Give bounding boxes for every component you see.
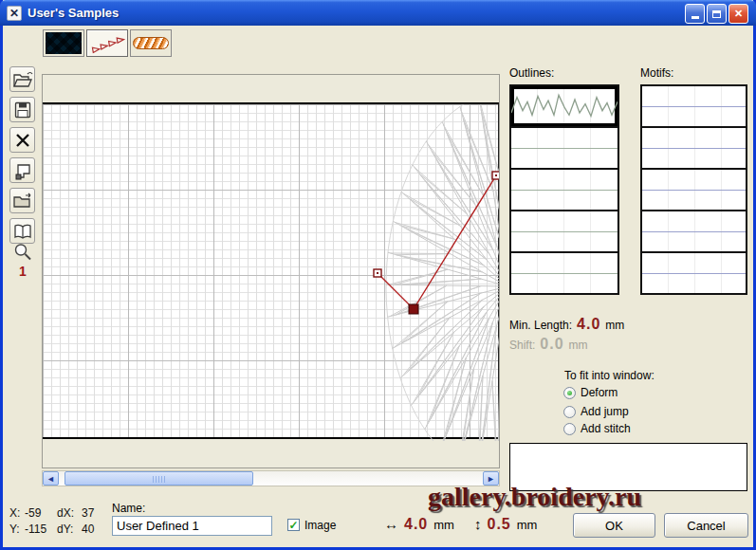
shift-label: Shift: (509, 339, 535, 352)
motif-slot[interactable] (642, 170, 746, 211)
height-arrow-icon: ↕ (474, 516, 482, 532)
image-checkbox[interactable]: ✓ (287, 519, 300, 531)
height-unit: mm (517, 518, 538, 532)
delete-button[interactable] (9, 127, 35, 153)
motifs-list (640, 84, 747, 295)
shift-value: 0.0 (540, 336, 563, 353)
outline-slot[interactable] (511, 253, 618, 295)
y-label: Y: (9, 522, 25, 538)
name-input[interactable] (112, 516, 272, 536)
outline-pattern-button[interactable] (86, 29, 128, 57)
canvas-grid[interactable] (43, 102, 499, 439)
rope-pattern-icon (133, 37, 169, 49)
app-icon: ✕ (7, 6, 22, 21)
save-floppy-icon (13, 101, 32, 119)
export-button[interactable] (9, 188, 35, 213)
window-title: User's Samples (28, 6, 119, 20)
stitch-canvas[interactable] (42, 74, 500, 468)
maximize-button[interactable] (707, 4, 727, 24)
shift-unit: mm (569, 339, 588, 352)
triangle-outline-icon (89, 33, 125, 54)
motif-slot[interactable] (642, 211, 746, 253)
x-value: -59 (25, 505, 57, 522)
width-dimension: ↔ 4.0 mm (384, 516, 454, 533)
width-value: 4.0 (404, 516, 428, 533)
radio-row-deform[interactable]: Deform (563, 386, 618, 399)
fill-pattern-icon (46, 32, 82, 54)
radio-deform[interactable] (563, 387, 576, 399)
minimize-icon (691, 16, 699, 19)
min-length-value: 4.0 (577, 316, 600, 333)
minimize-button[interactable] (685, 4, 705, 24)
export-folder-icon (12, 192, 33, 211)
height-value: 0.5 (488, 516, 511, 533)
title-bar[interactable]: ✕ User's Samples ✕ (0, 0, 756, 26)
dx-label: dX: (57, 505, 82, 522)
close-button[interactable]: ✕ (728, 4, 748, 24)
motifs-label: Motifs: (640, 66, 673, 80)
radio-add-stitch-label: Add stitch (581, 422, 631, 435)
scrollbar-thumb[interactable] (65, 471, 253, 486)
min-length-label: Min. Length: (509, 319, 572, 332)
scrollbar-grip-icon (153, 476, 166, 483)
dx-value: 37 (82, 505, 94, 522)
outline-slot[interactable] (511, 211, 618, 253)
outlines-list (509, 84, 619, 295)
min-length-row: Min. Length: 4.0 mm (509, 316, 624, 333)
motif-slot[interactable] (642, 86, 746, 128)
dy-value: 40 (82, 522, 94, 538)
zoom-level-value: 1 (13, 264, 32, 279)
height-dimension: ↕ 0.5 mm (474, 516, 537, 533)
rope-pattern-button[interactable] (130, 29, 172, 57)
coordinates-readout: X:-59dX:37 Y:-115dY:40 (9, 505, 94, 538)
book-icon (12, 222, 33, 241)
fill-pattern-button[interactable] (43, 29, 84, 57)
watermark-text: gallery.broidery.ru (428, 482, 731, 512)
delete-x-icon (14, 132, 31, 149)
dy-label: dY: (57, 522, 82, 538)
y-value: -115 (25, 522, 57, 538)
cancel-button[interactable]: Cancel (664, 513, 748, 538)
outlines-label: Outlines: (509, 66, 554, 80)
width-arrow-icon: ↔ (384, 516, 398, 532)
magnifier-icon (12, 242, 33, 263)
outline-slot-selected[interactable] (511, 86, 618, 128)
motif-slot[interactable] (642, 253, 746, 295)
outline-zigzag-sample (511, 86, 618, 126)
users-samples-dialog: ✕ User's Samples ✕ (0, 0, 756, 550)
radio-row-add-jump[interactable]: Add jump (563, 405, 629, 418)
width-unit: mm (433, 518, 454, 532)
image-checkbox-label: Image (304, 519, 336, 532)
save-button[interactable] (9, 97, 35, 122)
stitch-canvas-svg[interactable] (43, 104, 499, 441)
radio-add-jump-label: Add jump (581, 405, 629, 418)
radio-add-jump[interactable] (563, 406, 576, 418)
shift-row: Shift: 0.0 mm (509, 336, 588, 353)
name-label: Name: (112, 502, 145, 515)
scroll-left-button[interactable]: ◄ (43, 471, 59, 486)
x-label: X: (9, 505, 25, 522)
motif-slot[interactable] (642, 128, 746, 170)
contour-edit-icon (13, 161, 32, 180)
outline-slot[interactable] (511, 170, 618, 211)
open-folder-icon (12, 70, 33, 89)
open-button[interactable] (9, 66, 35, 92)
min-length-unit: mm (605, 319, 624, 332)
ok-button[interactable]: OK (573, 513, 655, 538)
fit-into-window-label: To fit into window: (564, 369, 655, 382)
maximize-icon (712, 10, 721, 18)
radio-deform-label: Deform (581, 386, 618, 399)
library-button[interactable] (9, 218, 35, 244)
radio-add-stitch[interactable] (563, 423, 576, 435)
contour-edit-button[interactable] (9, 157, 35, 183)
outline-slot[interactable] (511, 128, 618, 170)
radio-row-add-stitch[interactable]: Add stitch (563, 422, 631, 435)
